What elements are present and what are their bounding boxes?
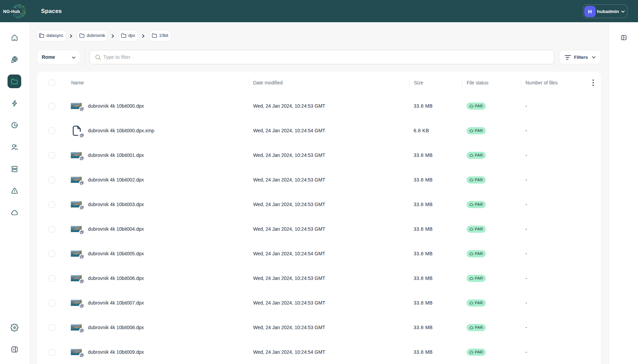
svg-text:TM: TM (20, 13, 22, 14)
svg-text:NG-Hub: NG-Hub (3, 9, 20, 14)
